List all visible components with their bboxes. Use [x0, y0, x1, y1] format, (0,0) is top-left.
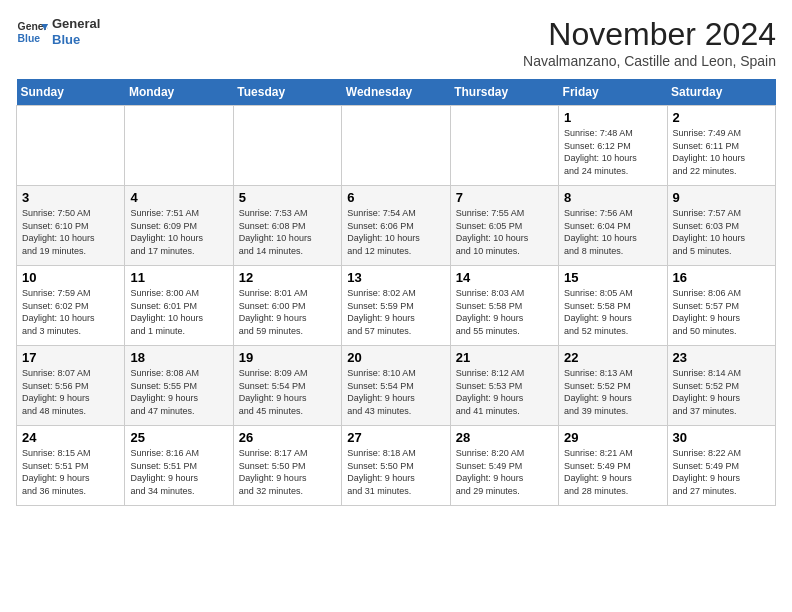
calendar-cell: 24Sunrise: 8:15 AM Sunset: 5:51 PM Dayli…: [17, 426, 125, 506]
calendar-cell: 21Sunrise: 8:12 AM Sunset: 5:53 PM Dayli…: [450, 346, 558, 426]
day-number: 13: [347, 270, 444, 285]
day-info: Sunrise: 8:17 AM Sunset: 5:50 PM Dayligh…: [239, 447, 336, 497]
calendar-cell: [233, 106, 341, 186]
day-info: Sunrise: 8:14 AM Sunset: 5:52 PM Dayligh…: [673, 367, 770, 417]
calendar-cell: 5Sunrise: 7:53 AM Sunset: 6:08 PM Daylig…: [233, 186, 341, 266]
day-info: Sunrise: 8:02 AM Sunset: 5:59 PM Dayligh…: [347, 287, 444, 337]
weekday-header-sunday: Sunday: [17, 79, 125, 106]
day-number: 22: [564, 350, 661, 365]
day-info: Sunrise: 8:07 AM Sunset: 5:56 PM Dayligh…: [22, 367, 119, 417]
day-info: Sunrise: 8:21 AM Sunset: 5:49 PM Dayligh…: [564, 447, 661, 497]
calendar-cell: 10Sunrise: 7:59 AM Sunset: 6:02 PM Dayli…: [17, 266, 125, 346]
day-info: Sunrise: 8:08 AM Sunset: 5:55 PM Dayligh…: [130, 367, 227, 417]
calendar-header: SundayMondayTuesdayWednesdayThursdayFrid…: [17, 79, 776, 106]
day-info: Sunrise: 7:57 AM Sunset: 6:03 PM Dayligh…: [673, 207, 770, 257]
day-number: 18: [130, 350, 227, 365]
day-info: Sunrise: 8:18 AM Sunset: 5:50 PM Dayligh…: [347, 447, 444, 497]
day-number: 10: [22, 270, 119, 285]
day-number: 8: [564, 190, 661, 205]
calendar-cell: 27Sunrise: 8:18 AM Sunset: 5:50 PM Dayli…: [342, 426, 450, 506]
calendar-body: 1Sunrise: 7:48 AM Sunset: 6:12 PM Daylig…: [17, 106, 776, 506]
day-info: Sunrise: 8:12 AM Sunset: 5:53 PM Dayligh…: [456, 367, 553, 417]
calendar-cell: 29Sunrise: 8:21 AM Sunset: 5:49 PM Dayli…: [559, 426, 667, 506]
day-number: 21: [456, 350, 553, 365]
day-number: 19: [239, 350, 336, 365]
day-info: Sunrise: 8:09 AM Sunset: 5:54 PM Dayligh…: [239, 367, 336, 417]
calendar-cell: 20Sunrise: 8:10 AM Sunset: 5:54 PM Dayli…: [342, 346, 450, 426]
calendar-cell: 26Sunrise: 8:17 AM Sunset: 5:50 PM Dayli…: [233, 426, 341, 506]
day-number: 20: [347, 350, 444, 365]
calendar-cell: 12Sunrise: 8:01 AM Sunset: 6:00 PM Dayli…: [233, 266, 341, 346]
day-number: 9: [673, 190, 770, 205]
calendar-cell: 15Sunrise: 8:05 AM Sunset: 5:58 PM Dayli…: [559, 266, 667, 346]
day-info: Sunrise: 8:13 AM Sunset: 5:52 PM Dayligh…: [564, 367, 661, 417]
location-title: Navalmanzano, Castille and Leon, Spain: [523, 53, 776, 69]
calendar-cell: 6Sunrise: 7:54 AM Sunset: 6:06 PM Daylig…: [342, 186, 450, 266]
calendar-cell: 23Sunrise: 8:14 AM Sunset: 5:52 PM Dayli…: [667, 346, 775, 426]
calendar-week-row: 3Sunrise: 7:50 AM Sunset: 6:10 PM Daylig…: [17, 186, 776, 266]
day-info: Sunrise: 8:22 AM Sunset: 5:49 PM Dayligh…: [673, 447, 770, 497]
calendar-cell: [125, 106, 233, 186]
day-info: Sunrise: 8:03 AM Sunset: 5:58 PM Dayligh…: [456, 287, 553, 337]
day-info: Sunrise: 8:20 AM Sunset: 5:49 PM Dayligh…: [456, 447, 553, 497]
day-info: Sunrise: 7:50 AM Sunset: 6:10 PM Dayligh…: [22, 207, 119, 257]
title-area: November 2024 Navalmanzano, Castille and…: [523, 16, 776, 69]
calendar-cell: 30Sunrise: 8:22 AM Sunset: 5:49 PM Dayli…: [667, 426, 775, 506]
logo-text-line2: Blue: [52, 32, 100, 48]
calendar-cell: 25Sunrise: 8:16 AM Sunset: 5:51 PM Dayli…: [125, 426, 233, 506]
day-info: Sunrise: 7:56 AM Sunset: 6:04 PM Dayligh…: [564, 207, 661, 257]
day-number: 2: [673, 110, 770, 125]
calendar-cell: 3Sunrise: 7:50 AM Sunset: 6:10 PM Daylig…: [17, 186, 125, 266]
day-number: 25: [130, 430, 227, 445]
calendar-cell: 19Sunrise: 8:09 AM Sunset: 5:54 PM Dayli…: [233, 346, 341, 426]
day-number: 24: [22, 430, 119, 445]
calendar-cell: 14Sunrise: 8:03 AM Sunset: 5:58 PM Dayli…: [450, 266, 558, 346]
day-number: 15: [564, 270, 661, 285]
calendar-cell: 22Sunrise: 8:13 AM Sunset: 5:52 PM Dayli…: [559, 346, 667, 426]
logo: General Blue General Blue: [16, 16, 100, 48]
weekday-header-wednesday: Wednesday: [342, 79, 450, 106]
calendar-cell: 16Sunrise: 8:06 AM Sunset: 5:57 PM Dayli…: [667, 266, 775, 346]
day-number: 7: [456, 190, 553, 205]
weekday-header-monday: Monday: [125, 79, 233, 106]
month-title: November 2024: [523, 16, 776, 53]
calendar-table: SundayMondayTuesdayWednesdayThursdayFrid…: [16, 79, 776, 506]
calendar-cell: [17, 106, 125, 186]
day-info: Sunrise: 7:48 AM Sunset: 6:12 PM Dayligh…: [564, 127, 661, 177]
weekday-header-row: SundayMondayTuesdayWednesdayThursdayFrid…: [17, 79, 776, 106]
logo-icon: General Blue: [16, 16, 48, 48]
day-info: Sunrise: 8:00 AM Sunset: 6:01 PM Dayligh…: [130, 287, 227, 337]
weekday-header-saturday: Saturday: [667, 79, 775, 106]
calendar-cell: 7Sunrise: 7:55 AM Sunset: 6:05 PM Daylig…: [450, 186, 558, 266]
day-number: 12: [239, 270, 336, 285]
day-number: 23: [673, 350, 770, 365]
day-number: 30: [673, 430, 770, 445]
day-info: Sunrise: 7:51 AM Sunset: 6:09 PM Dayligh…: [130, 207, 227, 257]
calendar-cell: 13Sunrise: 8:02 AM Sunset: 5:59 PM Dayli…: [342, 266, 450, 346]
day-number: 4: [130, 190, 227, 205]
day-number: 26: [239, 430, 336, 445]
day-info: Sunrise: 7:49 AM Sunset: 6:11 PM Dayligh…: [673, 127, 770, 177]
calendar-cell: 18Sunrise: 8:08 AM Sunset: 5:55 PM Dayli…: [125, 346, 233, 426]
day-number: 1: [564, 110, 661, 125]
calendar-week-row: 10Sunrise: 7:59 AM Sunset: 6:02 PM Dayli…: [17, 266, 776, 346]
day-number: 17: [22, 350, 119, 365]
logo-text-line1: General: [52, 16, 100, 32]
calendar-cell: 11Sunrise: 8:00 AM Sunset: 6:01 PM Dayli…: [125, 266, 233, 346]
day-number: 6: [347, 190, 444, 205]
weekday-header-thursday: Thursday: [450, 79, 558, 106]
calendar-cell: 9Sunrise: 7:57 AM Sunset: 6:03 PM Daylig…: [667, 186, 775, 266]
calendar-cell: [342, 106, 450, 186]
day-info: Sunrise: 8:10 AM Sunset: 5:54 PM Dayligh…: [347, 367, 444, 417]
day-number: 27: [347, 430, 444, 445]
day-info: Sunrise: 8:16 AM Sunset: 5:51 PM Dayligh…: [130, 447, 227, 497]
day-info: Sunrise: 8:06 AM Sunset: 5:57 PM Dayligh…: [673, 287, 770, 337]
day-number: 28: [456, 430, 553, 445]
day-info: Sunrise: 8:15 AM Sunset: 5:51 PM Dayligh…: [22, 447, 119, 497]
day-number: 29: [564, 430, 661, 445]
calendar-cell: [450, 106, 558, 186]
header: General Blue General Blue November 2024 …: [16, 16, 776, 69]
weekday-header-tuesday: Tuesday: [233, 79, 341, 106]
day-number: 11: [130, 270, 227, 285]
calendar-week-row: 24Sunrise: 8:15 AM Sunset: 5:51 PM Dayli…: [17, 426, 776, 506]
